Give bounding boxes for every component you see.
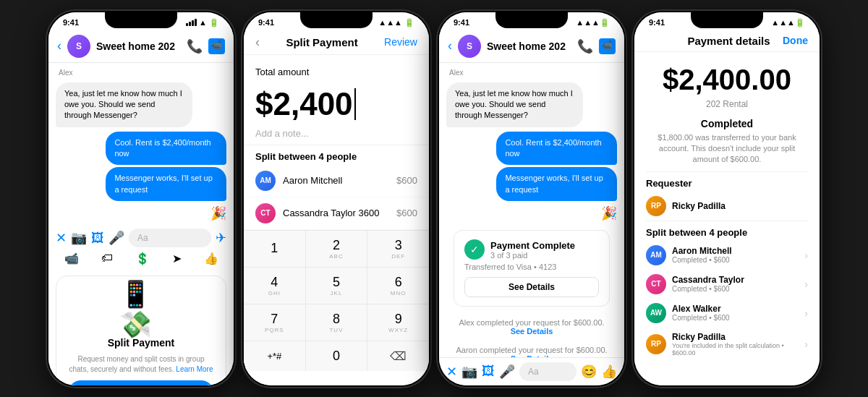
header-icons-3: 📞 📹 [577,38,616,54]
pd-info-1: Aaron Mitchell Completed • $600 [672,246,799,264]
key-0[interactable]: 0 [306,341,367,371]
call-icon-3[interactable]: 📞 [577,38,593,54]
time-3: 9:41 [454,18,469,27]
pd-done-button[interactable]: Done [783,35,808,46]
requester-label: Requester [634,172,820,192]
time-1: 9:41 [63,18,79,27]
phone-4: 9:41 ▲▲▲🔋 Payment details Done $2,400.00… [633,11,821,387]
person-name-1: Aaron Mitchell [283,175,389,186]
note-hint[interactable]: Add a note... [244,128,429,145]
key-backspace[interactable]: ⌫ [367,341,429,371]
time-4: 9:41 [649,18,665,27]
key-7[interactable]: 7PQRS [244,304,305,341]
learn-more-link[interactable]: Learn More [176,365,213,373]
chat-header-1: ‹ S Sweet home 202 📞 📹 [48,30,234,63]
signal-4: ▲▲▲🔋 [771,18,805,27]
signal-2: ▲▲▲ [378,18,402,27]
pc-title: Payment Complete [490,240,575,251]
cam-icon[interactable]: 📹 [64,252,79,265]
arrow-icon[interactable]: ➤ [172,252,182,265]
pd-person-4[interactable]: RP Ricky Padilla You're included in the … [634,328,820,361]
notch-4 [691,11,763,28]
chevron-4: › [804,338,808,350]
chat-body-1: Alex Yea, just let me know how much I ow… [48,63,234,385]
split-card-title: Split Payment [108,337,175,349]
like-icon[interactable]: 👍 [204,252,218,265]
key-3[interactable]: 3DEF [367,231,429,267]
pay-icon[interactable]: 💲 [135,252,150,265]
pc-transfer: Transferred to Visa • 4123 [464,262,599,271]
key-5[interactable]: 5JKL [306,268,367,304]
split-person-2: CT Cassandra Taylor 3600 $600 [244,197,429,230]
camera-icon-1[interactable]: 📷 [71,230,87,246]
key-1[interactable]: 1 [244,231,305,267]
avatar-1: S [67,35,90,58]
mic-icon-3[interactable]: 🎤 [499,364,515,380]
cam-icon-3[interactable]: 📷 [461,364,477,380]
pd-name-3: Alex Walker [672,304,799,314]
sp-back-button[interactable]: ‹ [255,35,260,50]
mic-icon-1[interactable]: 🎤 [109,230,124,246]
pd-name-2: Cassandra Taylor [672,275,799,285]
img-icon-3[interactable]: 🖼 [482,364,495,379]
key-special[interactable]: +*# [244,341,305,371]
person-amount-2: $600 [396,208,417,218]
see-details-link-1[interactable]: See Details [511,327,553,336]
key-9[interactable]: 9WXYZ [367,304,429,341]
close-icon-3[interactable]: ✕ [446,364,457,380]
chat-header-3: ‹ S Sweet home 202 📞 📹 [439,30,624,63]
pd-person-2[interactable]: CT Cassandra Taylor Completed • $600 › [634,270,820,299]
back-button-1[interactable]: ‹ [57,38,61,54]
pd-avatar-3: AW [646,303,666,323]
key-6[interactable]: 6MNO [367,268,429,304]
call-icon-1[interactable]: 📞 [187,38,203,54]
pd-avatar-4: RP [646,334,666,354]
sticker-icon[interactable]: 🏷 [101,252,113,265]
person-amount-1: $600 [396,175,417,186]
video-icon-3[interactable]: 📹 [599,38,616,54]
pd-person-1[interactable]: AM Aaron Mitchell Completed • $600 › [634,241,820,270]
message-input-1[interactable]: Aa [129,229,211,247]
send-icon-1[interactable]: ✈ [216,230,226,246]
message-2: Cool. Rent is $2,400/month now [106,132,226,166]
signal-bars-1 [186,19,197,26]
message-3: Messenger works, I'll set up a request [106,167,226,201]
like-icon-3[interactable]: 👍 [601,364,617,380]
back-button-3[interactable]: ‹ [448,38,452,54]
chevron-3: › [804,307,808,319]
emoji-icon-3[interactable]: 😊 [581,364,597,380]
close-icon-1[interactable]: ✕ [56,230,67,246]
pd-title: Payment details [687,35,770,47]
message-1: Yea, just let me know how much I owe you… [56,82,192,127]
continue-button[interactable]: Continue [68,380,214,385]
chat-title-1: Sweet home 202 [96,40,181,52]
notif-2: Aaron completed your request for $600.00… [446,343,617,357]
pd-person-3[interactable]: AW Alex Walker Completed • $600 › [634,299,820,328]
time-2: 9:41 [258,18,274,27]
split-illustration: 📱💸 [119,288,163,331]
key-8[interactable]: 8TUV [306,304,367,341]
avatar-3: S [458,35,481,58]
video-icon-1[interactable]: 📹 [208,38,225,54]
quick-reactions-1: 📹 🏷 💲 ➤ 👍 [56,252,226,265]
chat-body-3: Alex Yea, just let me know how much I ow… [439,63,624,357]
sp-body: Total amount $2,400 Add a note... Split … [244,55,429,385]
pd-status-desc: $1,800.00 was transferred to your bank a… [634,131,820,171]
key-2[interactable]: 2ABC [306,231,367,267]
see-details-button[interactable]: See Details [464,277,599,297]
pc-subtitle: 3 of 3 paid [490,251,575,260]
split-between-label: Split between 4 people [244,145,429,165]
sent-messages-3: Cool. Rent is $2,400/month now Messenger… [467,132,617,202]
pd-body: $2,400.00 202 Rental Completed $1,800.00… [634,52,820,385]
pc-header: ✓ Payment Complete 3 of 3 paid [464,239,599,260]
sp-review-button[interactable]: Review [384,36,417,48]
battery-icon-1: 🔋 [209,18,219,27]
key-4[interactable]: 4GHI [244,268,305,304]
amount-display: $2,400 [244,80,429,128]
status-icons-4: ▲▲▲🔋 [771,18,805,27]
message-3-3: Messenger works, I'll set up a request [496,167,617,201]
pd-status-1: Completed • $600 [672,256,799,264]
notch-2 [300,11,373,28]
message-input-3[interactable]: Aa [519,362,576,381]
image-icon-1[interactable]: 🖼 [91,231,104,246]
